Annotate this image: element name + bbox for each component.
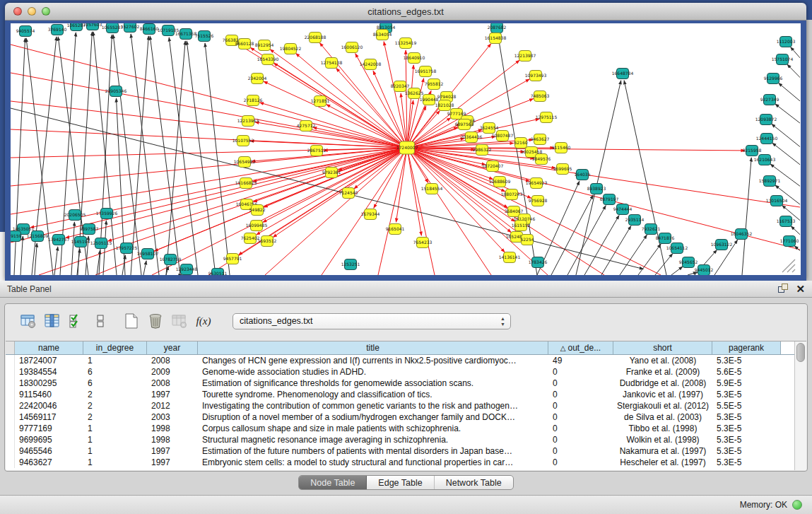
delete-table-icon[interactable] xyxy=(169,310,190,332)
table-cell: 1 xyxy=(83,423,147,434)
table-cell: Genome-wide association studies in ADHD. xyxy=(198,366,548,378)
table-cell: 9115460 xyxy=(15,389,83,400)
tab-network-table[interactable]: Network Table xyxy=(435,476,513,489)
column-header-in-degree[interactable]: in_degree xyxy=(83,341,147,354)
graph-node-label: 20364436 xyxy=(461,134,483,139)
table-panel-title: Table Panel xyxy=(0,284,52,294)
table-row[interactable]: 911546021997Tourette syndrome. Phenomeno… xyxy=(6,389,794,400)
graph-node-label: 9474444 xyxy=(613,206,632,211)
table-selector-value: citations_edges.txt xyxy=(233,316,313,326)
table-cell: 2008 xyxy=(147,378,198,389)
table-row[interactable]: 1830029562008Estimation of significance … xyxy=(6,378,794,389)
table-cell: 0 xyxy=(548,389,613,400)
table-cell: 5.3E-5 xyxy=(712,434,781,445)
column-header-short[interactable]: short xyxy=(613,341,712,354)
table-cell: 5.3E-5 xyxy=(712,389,781,400)
graph-node-label: 1615152 xyxy=(512,223,531,228)
table-row[interactable]: 2242004622012Investigating the contribut… xyxy=(6,400,794,411)
row-gutter-cell xyxy=(6,378,15,389)
table-row[interactable]: 977716911998Corpus callosum shape and si… xyxy=(6,423,794,434)
table-cell: 1 xyxy=(83,355,147,366)
column-header-name[interactable]: name xyxy=(15,341,83,354)
table-row[interactable]: 946554611997Estimation of the future num… xyxy=(6,445,794,457)
table-cell: 0 xyxy=(548,400,613,411)
graph-node-label: 13942757 xyxy=(48,237,70,242)
table-rows: 1872400712008Changes of HCN gene express… xyxy=(6,355,794,470)
memory-ok-indicator[interactable] xyxy=(792,500,802,510)
table-cell: Stergiakouli et al. (2012) xyxy=(613,400,712,411)
table-row[interactable]: 969969511998Structural magnetic resonanc… xyxy=(6,434,794,445)
table-cell: 9465546 xyxy=(15,445,83,457)
tab-node-table[interactable]: Node Table xyxy=(299,476,367,489)
row-gutter-cell xyxy=(6,389,15,400)
select-columns-icon[interactable] xyxy=(66,310,87,332)
graph-node-label: 16006120 xyxy=(341,45,363,49)
graph-node-label: 18807243 xyxy=(501,192,523,197)
table-row[interactable]: 1872400712008Changes of HCN gene express… xyxy=(6,355,794,366)
memory-status-label: Memory: OK xyxy=(740,500,787,510)
graph-node-label: 12213987 xyxy=(514,53,536,58)
graph-edge xyxy=(791,47,800,76)
graph-edge xyxy=(551,195,593,275)
table-row[interactable]: 946362711997Embryonic stem cells: a mode… xyxy=(6,457,794,468)
graph-node-label: 1783426 xyxy=(529,259,548,264)
scrollbar-thumb[interactable] xyxy=(796,343,805,362)
table-cell: 0 xyxy=(548,457,613,468)
tab-edge-table[interactable]: Edge Table xyxy=(367,476,434,489)
graph-node-label: 10654112 xyxy=(666,245,688,250)
table-cell: 49 xyxy=(548,355,613,366)
row-gutter-cell xyxy=(6,355,15,366)
table-cell: Wolkin et al. (1998) xyxy=(613,434,712,445)
graph-node-label: 16958107 xyxy=(137,251,159,256)
canvas-resize-grip[interactable] xyxy=(782,259,795,272)
row-height-icon[interactable] xyxy=(90,310,111,332)
table-cell: 18724007 xyxy=(15,355,83,366)
graph-edge xyxy=(250,141,407,148)
column-header-pagerank[interactable]: pagerank xyxy=(712,341,781,354)
graph-node-label: 2257603 xyxy=(83,23,102,27)
graph-node-label: 3624554 xyxy=(480,125,499,130)
table-cell: 1997 xyxy=(147,445,198,457)
table-cell: 2003 xyxy=(147,411,198,423)
table-cell: 2 xyxy=(83,389,147,400)
close-window-button[interactable] xyxy=(13,7,22,16)
zoom-window-button[interactable] xyxy=(42,7,50,16)
graph-node-label: 20206505 xyxy=(64,212,86,217)
table-cell: 1 xyxy=(83,457,147,468)
graph-node-label: 9457791 xyxy=(223,256,242,261)
graph-edge xyxy=(143,261,146,275)
table-settings-icon[interactable] xyxy=(18,310,39,332)
float-window-icon[interactable] xyxy=(778,284,789,294)
table-cell: Nakamura et al. (1997) xyxy=(613,445,712,457)
graph-node-label: 17957225 xyxy=(116,245,138,250)
column-chooser-icon[interactable] xyxy=(42,310,63,332)
graph-edge xyxy=(794,246,800,271)
attribute-table: namein_degreeyeartitle△out_de...shortpag… xyxy=(6,341,806,470)
graph-node-label: 12093872 xyxy=(755,117,777,122)
graph-node-label: 2718126 xyxy=(244,98,263,103)
table-cell: Tibbo et al. (1998) xyxy=(613,423,712,434)
table-selector-dropdown[interactable]: citations_edges.txt ▲▼ xyxy=(233,313,511,329)
table-vertical-scrollbar[interactable] xyxy=(794,341,806,470)
graph-node-label: 7124540 xyxy=(339,190,358,195)
graph-edge xyxy=(205,43,230,275)
graph-node-label: 7515526 xyxy=(195,33,214,38)
table-cell: Changes of HCN gene expression and I(f) … xyxy=(198,355,548,366)
minimize-window-button[interactable] xyxy=(28,7,36,16)
column-header-year[interactable]: year xyxy=(147,341,198,354)
table-header-row: namein_degreeyeartitle△out_de...shortpag… xyxy=(6,341,794,355)
function-builder-icon[interactable]: f(x) xyxy=(193,310,214,332)
delete-rows-icon[interactable] xyxy=(145,310,166,332)
table-row[interactable]: 1938455462009Genome-wide association stu… xyxy=(6,366,794,378)
graph-node-label: 2087682 xyxy=(488,25,507,30)
new-table-icon[interactable] xyxy=(121,310,142,332)
network-canvas[interactable]: 9405574376914010652872257603106552871527… xyxy=(11,23,801,275)
table-row[interactable]: 1456911722003Disruption of a novel membe… xyxy=(6,411,794,423)
graph-node-label: 16951758 xyxy=(415,69,437,74)
graph-node-label: 1167533 xyxy=(777,218,796,223)
graph-edge xyxy=(336,68,407,148)
close-icon[interactable]: ✕ xyxy=(796,284,805,294)
window-titlebar[interactable]: citations_edges.txt xyxy=(5,3,806,21)
column-header-out-de-[interactable]: △out_de... xyxy=(548,341,613,354)
column-header-title[interactable]: title xyxy=(198,341,548,354)
